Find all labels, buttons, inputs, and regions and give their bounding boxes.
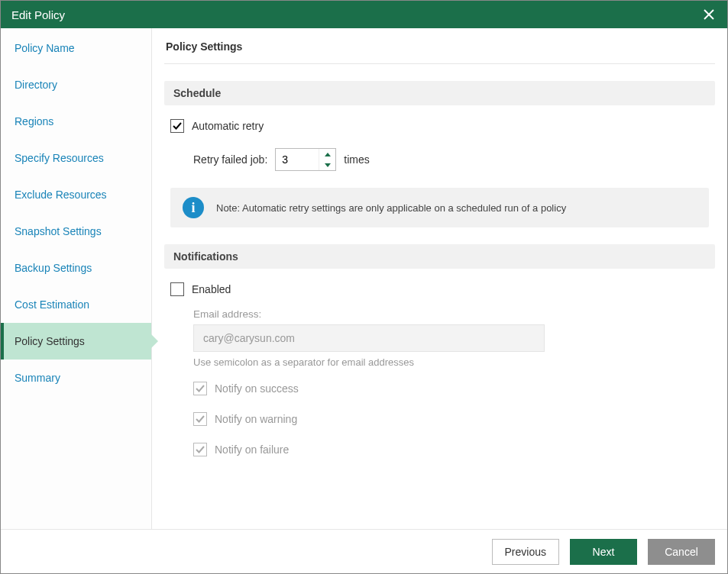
retry-info-box: i Note: Automatic retry settings are onl… [170,188,709,227]
sidebar-item-summary[interactable]: Summary [1,360,151,396]
sidebar-item-regions[interactable]: Regions [1,103,151,140]
notify-warning-checkbox[interactable] [193,412,207,426]
retry-count-spinner [275,148,336,171]
notifications-enabled-row: Enabled [170,282,709,296]
schedule-section-body: Automatic retry Retry failed job: [164,105,715,244]
sidebar-item-label: Backup Settings [15,262,92,274]
notify-success-checkbox[interactable] [193,382,207,395]
sidebar-item-label: Snapshot Settings [15,225,102,237]
sidebar-item-directory[interactable]: Directory [1,66,151,103]
retry-count-suffix: times [344,153,369,166]
sidebar-item-label: Specify Resources [15,152,104,164]
retry-count-input[interactable] [276,149,319,170]
email-hint: Use semicolon as a separator for email a… [193,356,709,368]
schedule-section-header: Schedule [164,81,715,105]
close-icon [704,9,714,20]
automatic-retry-checkbox[interactable] [170,119,184,133]
wizard-sidebar: Policy Name Directory Regions Specify Re… [1,28,152,529]
email-label: Email address: [193,308,709,320]
close-button[interactable] [700,5,718,24]
notifications-section-body: Enabled Email address: Use semicolon as … [164,269,715,481]
dialog-footer: Previous Next Cancel [1,529,727,573]
info-icon: i [183,197,204,218]
notify-failure-label: Notify on failure [215,443,289,456]
sidebar-item-label: Directory [15,79,57,91]
dialog-body: Policy Name Directory Regions Specify Re… [1,28,727,529]
check-icon [173,121,182,131]
titlebar: Edit Policy [1,1,727,28]
retry-info-text: Note: Automatic retry settings are only … [216,202,566,214]
automatic-retry-row: Automatic retry [170,119,709,133]
spinner-up-button[interactable] [319,149,335,160]
sidebar-item-label: Summary [15,372,60,384]
sidebar-item-label: Cost Estimation [15,298,89,311]
spinner-arrows [319,149,335,170]
sidebar-item-policy-settings[interactable]: Policy Settings [1,323,151,360]
notify-failure-checkbox[interactable] [193,443,207,456]
notify-warning-row: Notify on warning [193,412,709,426]
edit-policy-window: Edit Policy Policy Name Directory Region… [0,0,728,574]
spinner-down-button[interactable] [319,160,335,170]
automatic-retry-label: Automatic retry [192,120,264,132]
previous-button[interactable]: Previous [492,539,559,565]
notify-success-label: Notify on success [215,382,299,395]
notify-success-row: Notify on success [193,382,709,395]
notify-warning-label: Notify on warning [215,413,297,425]
notify-failure-row: Notify on failure [193,443,709,456]
notifications-enabled-label: Enabled [192,283,231,295]
notifications-section-header: Notifications [164,244,715,269]
notify-options: Notify on success Notify on warning Noti… [193,382,709,456]
retry-count-label: Retry failed job: [193,153,267,166]
sidebar-item-label: Regions [15,115,53,127]
email-input[interactable] [193,324,545,352]
sidebar-item-specify-resources[interactable]: Specify Resources [1,140,151,176]
email-field-block: Email address: Use semicolon as a separa… [193,308,709,368]
window-title: Edit Policy [11,8,65,21]
sidebar-item-exclude-resources[interactable]: Exclude Resources [1,176,151,213]
page-title: Policy Settings [164,36,715,64]
retry-count-row: Retry failed job: times [193,148,709,171]
check-icon [196,384,205,393]
chevron-up-icon [325,153,331,156]
sidebar-item-label: Exclude Resources [15,189,107,201]
sidebar-item-cost-estimation[interactable]: Cost Estimation [1,286,151,323]
sidebar-item-label: Policy Settings [15,335,85,347]
chevron-down-icon [325,163,331,167]
content-area: Policy Settings Schedule Automatic retry… [152,28,727,529]
check-icon [196,445,205,454]
check-icon [196,414,205,424]
sidebar-item-policy-name[interactable]: Policy Name [1,30,151,66]
sidebar-item-backup-settings[interactable]: Backup Settings [1,250,151,286]
sidebar-item-snapshot-settings[interactable]: Snapshot Settings [1,213,151,250]
cancel-button[interactable]: Cancel [648,539,715,565]
sidebar-item-label: Policy Name [15,42,75,54]
notifications-enabled-checkbox[interactable] [170,282,184,296]
next-button[interactable]: Next [570,539,637,565]
